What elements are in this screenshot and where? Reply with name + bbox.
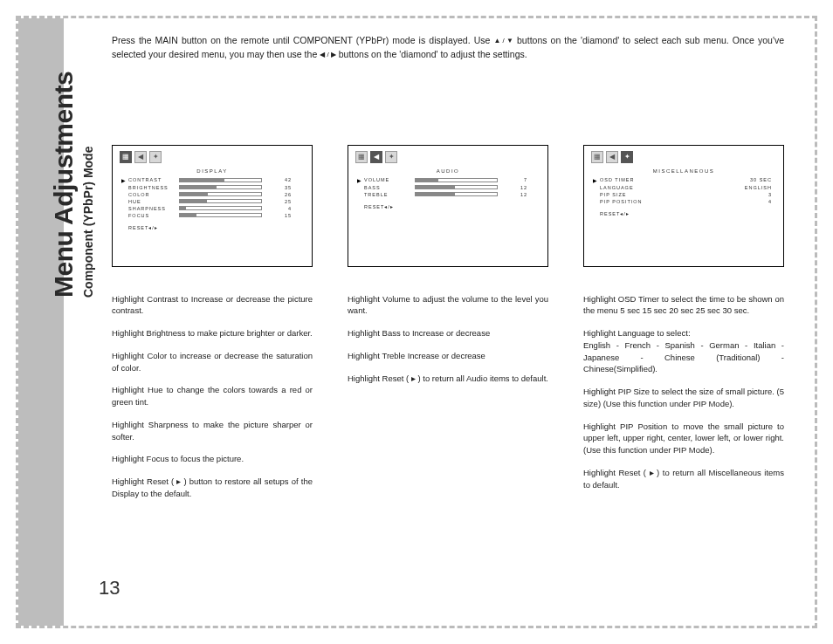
slider-track bbox=[179, 185, 262, 189]
display-column: ▦ ◀ ✦ DISPLAY ▶ CONTRAST 42 BRIGHTNESS bbox=[112, 145, 313, 510]
page-number: 13 bbox=[99, 577, 120, 599]
osd-reset: RESET◂/▸ bbox=[591, 211, 776, 216]
osd-value: 35 bbox=[262, 185, 292, 190]
osd-value: 7 bbox=[498, 177, 527, 182]
osd-value: 30 SEC bbox=[651, 177, 776, 182]
osd-label: BASS bbox=[364, 185, 415, 190]
audio-tab-icon: ◀ bbox=[606, 151, 618, 163]
osd-label: BRIGHTNESS bbox=[128, 185, 179, 190]
slider-track bbox=[179, 192, 262, 196]
osd-value: 4 bbox=[262, 206, 292, 211]
misc-tab-icon: ✦ bbox=[385, 151, 397, 163]
misc-osd-panel: ▦ ◀ ✦ MISCELLANEOUS ▶ OSD TIMER 30 SEC L… bbox=[583, 145, 784, 267]
intro-part-1: Press the MAIN button on the remote unti… bbox=[112, 35, 490, 45]
osd-value: 26 bbox=[262, 192, 292, 197]
osd-reset: RESET◂/▸ bbox=[120, 225, 305, 230]
desc-text: Highlight PIP Size to select the size of… bbox=[583, 386, 784, 410]
osd-row: LANGUAGE ENGLISH bbox=[591, 185, 776, 190]
osd-row: PIP POSITION 4 bbox=[591, 199, 776, 204]
osd-row: SHARPNESS 4 bbox=[120, 206, 305, 211]
osd-label: HUE bbox=[128, 199, 179, 204]
desc-text: Highlight Reset ( ▸ ) to return all Audi… bbox=[348, 373, 548, 385]
intro-text: Press the MAIN button on the remote unti… bbox=[112, 34, 784, 62]
misc-descriptions: Highlight OSD Timer to select the time t… bbox=[583, 293, 784, 491]
osd-value: ENGLISH bbox=[651, 185, 776, 190]
panels-row: ▦ ◀ ✦ DISPLAY ▶ CONTRAST 42 BRIGHTNESS bbox=[112, 145, 784, 510]
osd-title: MISCELLANEOUS bbox=[591, 168, 776, 174]
osd-row: ▶ VOLUME 7 bbox=[355, 177, 540, 183]
osd-value: 3 bbox=[651, 192, 776, 197]
intro-part-2: buttons on the 'diamond' to select each bbox=[517, 35, 681, 45]
osd-title: AUDIO bbox=[355, 168, 540, 174]
slider-track bbox=[415, 178, 498, 182]
osd-label: TREBLE bbox=[364, 192, 415, 197]
slider-track bbox=[179, 206, 262, 210]
audio-tab-icon: ◀ bbox=[370, 151, 382, 163]
osd-row: HUE 25 bbox=[120, 199, 305, 204]
misc-tab-icon: ✦ bbox=[149, 151, 162, 163]
osd-value: 4 bbox=[651, 199, 776, 204]
osd-row: BASS 12 bbox=[355, 185, 540, 190]
osd-row: BRIGHTNESS 35 bbox=[120, 185, 305, 190]
desc-text: Highlight Reset ( ▸ ) to return all Misc… bbox=[583, 467, 784, 491]
osd-label: SHARPNESS bbox=[128, 206, 179, 211]
main-area: Press the MAIN button on the remote unti… bbox=[64, 18, 815, 626]
slider-fill bbox=[180, 207, 186, 209]
pointer-icon: ▶ bbox=[357, 177, 362, 183]
sidebar: Menu Adjustments Component (YPbPr) Mode bbox=[18, 18, 64, 626]
audio-column: ▦ ◀ ✦ AUDIO ▶ VOLUME 7 BASS 12 bbox=[348, 145, 548, 510]
osd-value: 25 bbox=[262, 199, 292, 204]
osd-row: ▶ CONTRAST 42 bbox=[120, 177, 305, 183]
page-content: Menu Adjustments Component (YPbPr) Mode … bbox=[18, 18, 815, 626]
intro-part-4: buttons on the 'diamond' to adjust the s… bbox=[339, 49, 527, 59]
slider-fill bbox=[180, 193, 208, 195]
desc-text: Highlight Color to increase or decrease … bbox=[112, 350, 313, 374]
slider-fill bbox=[416, 179, 438, 182]
audio-descriptions: Highlight Volume to adjust the volume to… bbox=[348, 293, 548, 385]
misc-tab-icon: ✦ bbox=[621, 151, 633, 163]
osd-label: PIP POSITION bbox=[600, 199, 651, 204]
slider-track bbox=[415, 185, 498, 189]
display-tab-icon: ▦ bbox=[355, 151, 368, 163]
slider-track bbox=[415, 192, 498, 196]
osd-label: FOCUS bbox=[128, 213, 179, 218]
osd-reset: RESET◂/▸ bbox=[355, 204, 540, 209]
osd-label: PIP SIZE bbox=[600, 192, 651, 197]
desc-text: Highlight Treble Increase or decrease bbox=[348, 350, 548, 362]
desc-text: Highlight Language to select: English - … bbox=[583, 327, 784, 375]
osd-row: TREBLE 12 bbox=[355, 192, 540, 197]
osd-value: 15 bbox=[262, 213, 292, 218]
display-tab-icon: ▦ bbox=[591, 151, 603, 163]
desc-text: Highlight Bass to Increase or decrease bbox=[348, 327, 548, 339]
desc-text: Highlight OSD Timer to select the time t… bbox=[583, 293, 784, 318]
osd-row: COLOR 26 bbox=[120, 192, 305, 197]
osd-row: FOCUS 15 bbox=[120, 213, 305, 218]
osd-title: DISPLAY bbox=[120, 168, 305, 174]
desc-text: Highlight Focus to focus the picture. bbox=[112, 453, 313, 465]
pointer-icon: ▶ bbox=[593, 177, 598, 183]
desc-text: Highlight Sharpness to make the picture … bbox=[112, 419, 313, 443]
slider-fill bbox=[416, 193, 455, 195]
up-down-icon: ▲ / ▼ bbox=[493, 36, 513, 46]
osd-label: CONTRAST bbox=[128, 177, 179, 182]
osd-label: LANGUAGE bbox=[600, 185, 651, 190]
osd-value: 42 bbox=[262, 177, 292, 182]
audio-osd-panel: ▦ ◀ ✦ AUDIO ▶ VOLUME 7 BASS 12 bbox=[348, 145, 548, 267]
osd-row: ▶ OSD TIMER 30 SEC bbox=[591, 177, 776, 183]
osd-label: VOLUME bbox=[364, 177, 415, 182]
desc-text: Highlight Volume to adjust the volume to… bbox=[348, 293, 548, 318]
desc-text: Highlight Reset ( ▸ ) button to restore … bbox=[112, 476, 313, 500]
osd-tabs: ▦ ◀ ✦ bbox=[355, 151, 540, 163]
display-descriptions: Highlight Contrast to Increase or decrea… bbox=[112, 293, 313, 500]
audio-tab-icon: ◀ bbox=[134, 151, 147, 163]
slider-fill bbox=[180, 200, 207, 202]
osd-tabs: ▦ ◀ ✦ bbox=[120, 151, 305, 163]
slider-track bbox=[179, 178, 262, 182]
left-right-icon: ◀ / ▶ bbox=[320, 50, 336, 60]
osd-label: OSD TIMER bbox=[600, 177, 651, 182]
misc-column: ▦ ◀ ✦ MISCELLANEOUS ▶ OSD TIMER 30 SEC L… bbox=[583, 145, 784, 510]
slider-fill bbox=[180, 179, 224, 182]
desc-text: Highlight Contrast to Increase or decrea… bbox=[112, 293, 313, 318]
display-tab-icon: ▦ bbox=[120, 151, 132, 163]
slider-track bbox=[179, 199, 262, 203]
